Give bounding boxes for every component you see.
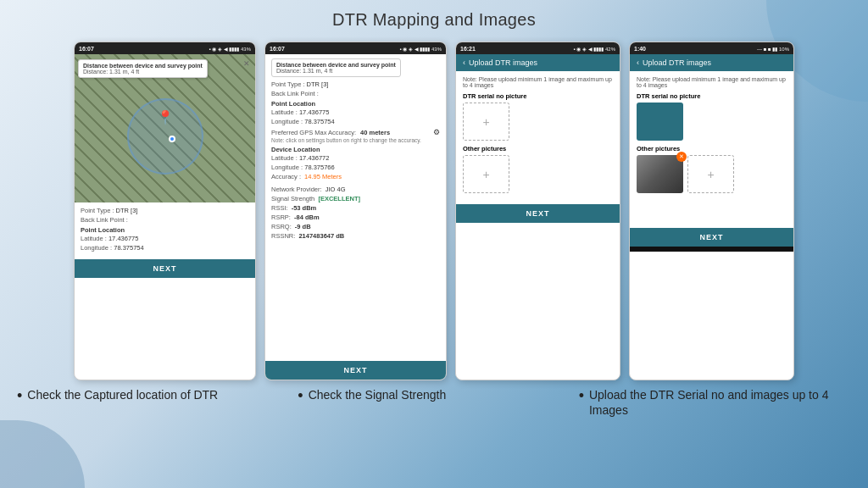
- phone1-map: 📍 Distance between device and survey poi…: [75, 54, 255, 202]
- phone1-pin: 📍: [157, 108, 174, 125]
- phone1-badge-val: Distance: 1.31 m, 4 ft: [83, 69, 203, 75]
- phone4-status-bar: 1:40 — ■ ■ ▮▮ 10%: [630, 42, 793, 54]
- phone1-info: Point Type : DTR [3] Back Link Point : P…: [75, 202, 255, 258]
- phone2-status-bar: 16:07 ▪ ◉ ◈ ◀ ▮▮▮▮ 43%: [265, 42, 446, 54]
- phone2-lat: Latitude : 17.436775: [271, 108, 440, 116]
- phone2-rssi: RSSI: -53 dBm: [271, 204, 440, 212]
- phone1-point-type: Point Type : DTR [3]: [81, 207, 249, 214]
- phone2-rssi-val: -53 dBm: [292, 204, 317, 212]
- phone2-next-btn[interactable]: NEXT: [265, 361, 446, 380]
- phone1-status-bar: 16:07 ▪ ◉ ◈ ◀ ▮▮▮▮ 43%: [75, 42, 255, 54]
- phone1-icons: ▪ ◉ ◈ ◀ ▮▮▮▮ 43%: [209, 46, 251, 52]
- phone4-badge: ✕: [676, 152, 687, 162]
- phone2-signal-val: [EXCELLENT]: [318, 195, 360, 202]
- bullet2: • Check the Signal Strength: [298, 387, 570, 418]
- phone4: 1:40 — ■ ■ ▮▮ 10% ‹ Upload DTR images No…: [629, 42, 794, 380]
- phone3-back-icon[interactable]: ‹: [463, 58, 465, 67]
- phone2-distance-badge: Distance between device and survey point…: [271, 58, 401, 77]
- phone2-info: Distance between device and survey point…: [265, 54, 446, 359]
- phone1-lng: Longitude : 78.375754: [81, 244, 249, 252]
- phone3-next-btn[interactable]: NEXT: [456, 204, 620, 223]
- phone2-lng: Longitude : 78.375754: [271, 118, 440, 125]
- phone1-next-btn[interactable]: NEXT: [75, 259, 255, 278]
- phone3-serial-label: DTR serial no picture: [463, 92, 613, 100]
- phone4-next-btn[interactable]: NEXT: [630, 228, 793, 247]
- phone1-close-btn[interactable]: ✕: [243, 59, 250, 68]
- phone4-other-row: ✕ +: [637, 155, 787, 197]
- phone1: 16:07 ▪ ◉ ◈ ◀ ▮▮▮▮ 43% 📍 Distance betwee…: [74, 42, 256, 380]
- phone3-time: 16:21: [460, 46, 476, 52]
- phone1-lat: Latitude : 17.436775: [81, 235, 249, 242]
- bullet1-text: Check the Captured location of DTR: [27, 387, 218, 402]
- phone2-rssnr-val: 2147483647 dB: [298, 232, 344, 240]
- bullet3-text: Upload the DTR Serial no and images up t…: [589, 387, 851, 418]
- phone3-icons: ▪ ◉ ◈ ◀ ▮▮▮▮ 42%: [574, 46, 615, 52]
- bullet1: • Check the Captured location of DTR: [17, 387, 289, 418]
- phone2-signal: Signal Strength [EXCELLENT]: [271, 195, 440, 202]
- phone4-icons: — ■ ■ ▮▮ 10%: [757, 46, 789, 52]
- phone4-photo-img[interactable]: ✕: [637, 155, 683, 193]
- bullets-row: • Check the Captured location of DTR • C…: [0, 380, 868, 418]
- phone3: 16:21 ▪ ◉ ◈ ◀ ▮▮▮▮ 42% ‹ Upload DTR imag…: [455, 42, 620, 380]
- phones-row: 16:07 ▪ ◉ ◈ ◀ ▮▮▮▮ 43% 📍 Distance betwee…: [0, 42, 868, 380]
- phone3-other-placeholder[interactable]: +: [463, 155, 509, 193]
- phone2: 16:07 ▪ ◉ ◈ ◀ ▮▮▮▮ 43% Distance between …: [264, 42, 447, 380]
- phone2-time: 16:07: [270, 46, 285, 52]
- phone4-time: 1:40: [634, 46, 646, 52]
- bullet2-dot: •: [298, 388, 303, 403]
- phone4-back-icon[interactable]: ‹: [637, 58, 639, 67]
- phone2-rssnr: RSSNR: 2147483647 dB: [271, 232, 440, 240]
- deco-bottom-left: [0, 420, 85, 488]
- phone2-rsrq-val: -9 dB: [295, 223, 311, 230]
- phone2-icons: ▪ ◉ ◈ ◀ ▮▮▮▮ 43%: [400, 46, 442, 52]
- phone3-body: Note: Please upload minimum 1 image and …: [456, 71, 620, 202]
- phone1-time: 16:07: [79, 46, 94, 52]
- phone4-other-label: Other pictures: [637, 145, 787, 152]
- phone3-other-label: Other pictures: [463, 145, 613, 152]
- page-title: DTR Mapping and Images: [0, 0, 868, 38]
- phone2-loc-title: Point Location: [271, 100, 440, 108]
- phone2-badge-title: Distance between device and survey point: [276, 62, 396, 68]
- phone3-serial-placeholder[interactable]: +: [463, 103, 509, 141]
- phone1-back-link: Back Link Point :: [81, 216, 249, 224]
- phone4-add-placeholder[interactable]: +: [687, 155, 734, 193]
- phone2-point-type: Point Type : DTR [3]: [271, 80, 440, 88]
- phone4-body: Note: Please upload minimum 1 image and …: [630, 71, 793, 202]
- phone4-header-text: Upload DTR images: [643, 58, 711, 67]
- phone3-note: Note: Please upload minimum 1 image and …: [463, 76, 613, 88]
- bullet2-text: Check the Signal Strength: [309, 387, 447, 402]
- phone1-dot: [169, 136, 175, 142]
- phone4-upload-header: ‹ Upload DTR images: [630, 54, 793, 71]
- bullet3: • Upload the DTR Serial no and images up…: [579, 387, 851, 418]
- phone2-acc-val: 14.95 Meters: [304, 173, 342, 180]
- phone2-rsrp: RSRP: -84 dBm: [271, 214, 440, 221]
- phone3-upload-header: ‹ Upload DTR images: [456, 54, 620, 71]
- phone4-note: Note: Please upload minimum 1 image and …: [637, 76, 787, 88]
- phone3-header-text: Upload DTR images: [469, 58, 537, 67]
- phone3-status-bar: 16:21 ▪ ◉ ◈ ◀ ▮▮▮▮ 42%: [456, 42, 620, 54]
- phone2-acc: Accuracy : 14.95 Meters: [271, 173, 440, 180]
- phone2-network: Network Provider: JIO 4G: [271, 186, 440, 193]
- phone4-serial-label: DTR serial no picture: [637, 92, 787, 100]
- phone2-dev-lat: Latitude : 17.436772: [271, 154, 440, 162]
- phone4-bottom-bar: [630, 247, 793, 252]
- bullet3-dot: •: [579, 388, 584, 403]
- gear-icon[interactable]: ⚙: [433, 128, 440, 136]
- phone2-gps-val: 40 meters: [360, 129, 390, 136]
- phone2-network-val: JIO 4G: [326, 186, 346, 193]
- phone2-device-title: Device Location: [271, 146, 440, 153]
- phone2-gps-row: Preferred GPS Max Accuracy: 40 meters ⚙: [271, 128, 440, 136]
- phone1-loc-title: Point Location: [81, 226, 249, 234]
- phone1-distance-badge: Distance between device and survey point…: [78, 59, 208, 78]
- phone2-rsrq: RSRQ: -9 dB: [271, 223, 440, 230]
- phone2-rsrp-val: -84 dBm: [294, 214, 320, 221]
- phone2-badge-val: Distance: 1.31 m, 4 ft: [276, 68, 396, 74]
- phone2-dev-lng: Longitude : 78.375766: [271, 164, 440, 171]
- phone1-badge-title: Distance between device and survey point: [83, 63, 203, 69]
- phone4-serial-img[interactable]: [637, 103, 683, 141]
- phone2-back-link: Back Link Point :: [271, 90, 440, 97]
- phone2-gps-note: Note: click on settings button on right …: [271, 137, 440, 143]
- bullet1-dot: •: [17, 388, 22, 403]
